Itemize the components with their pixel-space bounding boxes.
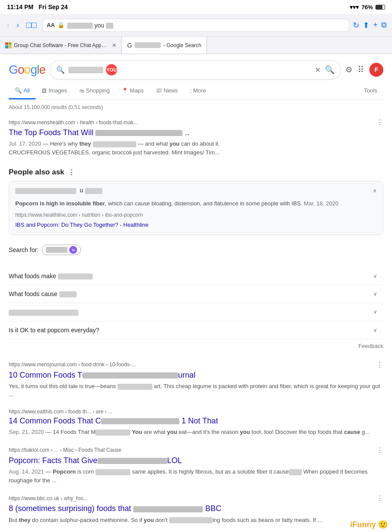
you-circle-icon: u (69, 246, 77, 254)
related-item-3-text (9, 308, 78, 315)
microsoft-favicon (5, 42, 11, 48)
tab-all[interactable]: 🔍 All (9, 83, 36, 99)
font-size-indicator: AA (47, 22, 55, 28)
paa-header: People also ask ⋮ (9, 168, 383, 177)
results-count: About 15,100,000 results (0.51 seconds) (9, 102, 383, 115)
apps-grid-icon[interactable]: ⠿ (358, 65, 364, 75)
forward-button[interactable]: › (15, 19, 21, 31)
tabs-button[interactable]: ⧉ (381, 20, 387, 30)
result-5-menu[interactable]: ⋮ (376, 494, 383, 502)
tab-maps-label: Maps (130, 87, 144, 94)
tab-more-label: : More (190, 87, 206, 94)
tab-microsoft[interactable]: Group Chat Software - Free Chat App | Mi… (0, 37, 122, 54)
result-2-snippet: Yes, it turns out this old tale is true—… (9, 382, 383, 399)
header-right: ⚙ ⠿ F (345, 63, 383, 77)
result-3-title[interactable]: 14 Common Foods That C 1 Not That (9, 416, 383, 426)
result-5-snippet: But they do contain sulphur-packed methi… (9, 516, 383, 525)
you-badge: YOU (106, 64, 117, 75)
tab-news-label: News (164, 87, 178, 94)
settings-icon[interactable]: ⚙ (345, 65, 352, 75)
tab-images[interactable]: 🖼 Images (36, 83, 73, 99)
paa-question-1[interactable]: u ∧ (9, 181, 383, 199)
search-tabs: 🔍 All 🖼 Images 🛍 Shopping 📍 Maps 📰 News … (9, 83, 383, 100)
related-item-2-text: What foods cause (9, 290, 77, 297)
google-logo: Google (9, 63, 45, 77)
result-1-title[interactable]: The Top Foods That Will .. (9, 128, 383, 138)
tab-shopping-label: Shopping (86, 87, 110, 94)
tab-google-label: - Google Search (163, 42, 201, 48)
result-2: https://www.mensjournal.com › food-drink… (9, 357, 383, 405)
related-item-3[interactable]: ∨ (9, 303, 383, 321)
paa-source-link[interactable]: IBS and Popcorn: Do They Go Together? - … (15, 221, 377, 229)
tab-more[interactable]: : More (184, 83, 212, 99)
shopping-icon: 🛍 (79, 88, 84, 93)
user-avatar[interactable]: F (369, 63, 383, 77)
paa-source-url: https://www.healthline.com › nutrition ›… (15, 211, 377, 219)
status-indicators: ▾▾▾ 76% (350, 4, 385, 10)
result-5-title[interactable]: 8 (sometimes surprising) foods that BBC (9, 504, 383, 514)
back-button[interactable]: ‹ (5, 19, 11, 31)
expand-icon-3: ∨ (373, 309, 377, 315)
all-icon: 🔍 (15, 87, 22, 94)
search-page: Google 🔍 YOU ✕ 🔍 ⚙ ⠿ F 🔍 All 🖼 Images (0, 54, 392, 530)
result-2-menu[interactable]: ⋮ (376, 361, 383, 369)
images-icon: 🖼 (42, 88, 47, 93)
result-1: https://www.menshealth.com › health › fo… (9, 115, 383, 163)
battery-icon: 76% (362, 4, 373, 10)
voice-search-icon[interactable]: 🔍 (325, 65, 335, 75)
tab-tools[interactable]: Tools (358, 83, 383, 99)
tab-tools-label: Tools (364, 87, 377, 94)
add-tab-button[interactable]: + (373, 20, 378, 30)
paa-chevron-up-icon: ∧ (373, 188, 377, 194)
people-also-ask-section: People also ask ⋮ u ∧ Popcorn is high in… (9, 168, 383, 235)
ifunny-watermark: iFunny 🙂 (350, 520, 388, 529)
paa-menu-icon[interactable]: ⋮ (68, 168, 75, 177)
search-input[interactable]: YOU (68, 64, 311, 75)
result-2-title[interactable]: 10 Common Foods Turnal (9, 370, 383, 380)
tab-shopping[interactable]: 🛍 Shopping (73, 83, 116, 99)
search-bar[interactable]: 🔍 YOU ✕ 🔍 (50, 60, 341, 79)
result-4-menu[interactable]: ⋮ (376, 446, 383, 454)
result-5: https://www.bbc.co.uk › why_foo... ⋮ 8 (… (9, 491, 383, 530)
share-button[interactable]: ⬆ (363, 20, 369, 30)
url-text: •••••••••••••• you •••• (67, 22, 345, 29)
result-1-url: https://www.menshealth.com › health › fo… (9, 118, 383, 126)
related-item-2[interactable]: What foods cause ∨ (9, 285, 383, 303)
result-1-snippet-extra: CRUCIFEROUS VEGETABLES. organic broccoli… (9, 148, 383, 157)
search-icon: 🔍 (56, 66, 65, 74)
news-icon: 📰 (156, 88, 162, 93)
tab-google[interactable]: G - Google Search (122, 37, 207, 54)
tab-maps[interactable]: 📍 Maps (116, 83, 150, 99)
search-for-section: Search for: u (9, 240, 383, 263)
address-bar[interactable]: AA 🔒 •••••••••••••• you •••• (42, 19, 349, 32)
clear-search-icon[interactable]: ✕ (315, 66, 321, 74)
maps-icon: 📍 (122, 88, 128, 93)
tab-microsoft-close[interactable]: ✕ (112, 42, 116, 48)
result-3: https://www.eatthis.com › foods th... › … (9, 405, 383, 443)
google-header: Google 🔍 YOU ✕ 🔍 ⚙ ⠿ F (9, 54, 383, 83)
tab-all-label: All (24, 87, 30, 94)
status-bar: 11:14 PM Fri Sep 24 ▾▾▾ 76% (0, 0, 392, 14)
expand-icon-2: ∨ (373, 291, 377, 297)
bookmarks-button[interactable]: □□ (24, 18, 38, 32)
result-1-menu[interactable]: ⋮ (376, 118, 383, 126)
result-4: https://baklol.com › ... › Misc › Foods … (9, 443, 383, 491)
result-1-snippet: Jul. 17, 2020 — Here's why they — and wh… (9, 140, 383, 148)
tab-news[interactable]: 📰 News (150, 83, 184, 99)
refresh-button[interactable]: ↻ (353, 20, 359, 30)
search-for-badge[interactable]: u (42, 245, 81, 255)
lock-icon: 🔒 (57, 22, 64, 28)
paa-item-1: u ∧ Popcorn is high in insoluble fiber, … (9, 181, 383, 235)
expand-icon-4: ∨ (373, 327, 377, 333)
related-item-4[interactable]: Is it OK to eat popcorn everyday? ∨ (9, 321, 383, 339)
result-5-url: https://www.bbc.co.uk › why_foo... ⋮ (9, 494, 383, 502)
result-4-title[interactable]: Popcorn: Facts That GiveLOL (9, 456, 383, 466)
expand-icon-1: ∨ (373, 273, 377, 279)
tab-images-label: Images (48, 87, 67, 94)
result-4-snippet: Aug. 14, 2021 — Popcorn is corn same app… (9, 467, 383, 484)
feedback-link[interactable]: Feedback (9, 339, 383, 353)
related-item-1[interactable]: What foods make ∨ (9, 267, 383, 285)
related-item-4-text: Is it OK to eat popcorn everyday? (9, 327, 99, 334)
result-4-url: https://baklol.com › ... › Misc › Foods … (9, 446, 383, 454)
related-questions: What foods make ∨ What foods cause ∨ ∨ I… (9, 267, 383, 353)
